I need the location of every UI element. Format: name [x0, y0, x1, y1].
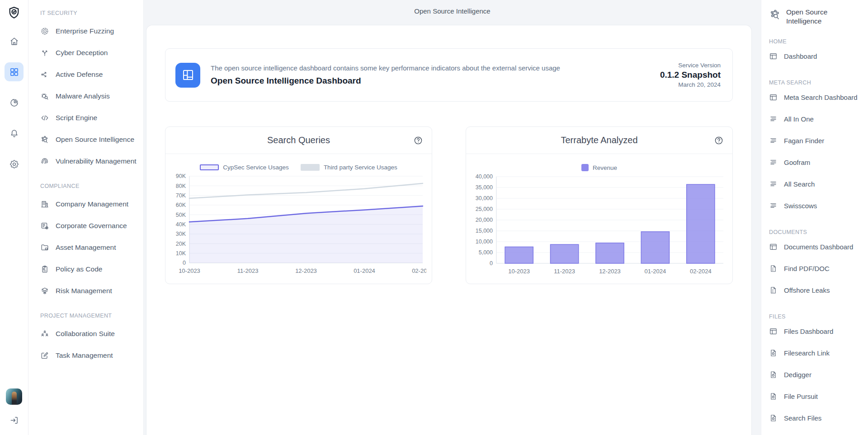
- service-version-label: Service Version: [660, 62, 721, 69]
- sidebar-item-label: Script Engine: [56, 114, 97, 122]
- svg-text:01-2024: 01-2024: [354, 267, 375, 274]
- gear-icon: [9, 159, 19, 169]
- legend-item-cypsec-service-usages[interactable]: CypSec Service Usages: [200, 164, 289, 171]
- home-icon: [9, 36, 19, 47]
- logout-button[interactable]: [5, 411, 24, 430]
- svg-text:02-2024: 02-2024: [412, 267, 426, 274]
- list-lines-icon: [769, 180, 778, 188]
- right-item-swisscows[interactable]: Swisscows: [769, 195, 864, 217]
- sidebar-item-cyber-deception[interactable]: Cyber Deception: [40, 42, 139, 64]
- svg-text:30K: 30K: [175, 231, 186, 237]
- legend-swatch: [581, 164, 589, 171]
- svg-text:70K: 70K: [175, 192, 186, 199]
- legend-label: Third party Service Usages: [324, 164, 397, 171]
- chart-legend: CypSec Service UsagesThird party Service…: [165, 164, 432, 171]
- sidebar-item-label: Malware Analysis: [56, 92, 110, 100]
- right-item-label: Offshore Leaks: [784, 286, 830, 294]
- right-item-search-files[interactable]: Search Files: [769, 407, 864, 429]
- legend-swatch: [200, 164, 219, 170]
- right-item-offshore-leaks[interactable]: Offshore Leaks: [769, 280, 864, 301]
- rail-button-home[interactable]: [5, 32, 24, 51]
- right-item-fagan-finder[interactable]: Fagan Finder: [769, 130, 864, 152]
- right-item-label: Files Dashboard: [784, 327, 833, 335]
- rail-button-notifications[interactable]: [5, 124, 24, 143]
- sidebar-item-collaboration-suite[interactable]: Collaboration Suite: [40, 323, 139, 345]
- svg-text:11-2023: 11-2023: [237, 267, 258, 274]
- sidebar-item-script-engine[interactable]: Script Engine: [40, 107, 139, 129]
- sidebar-item-asset-management[interactable]: Asset Management: [40, 237, 139, 258]
- legend-item-revenue[interactable]: Revenue: [581, 164, 617, 171]
- sidebar-item-task-management[interactable]: Task Management: [40, 345, 139, 366]
- sidebar-item-label: Company Management: [56, 200, 128, 208]
- sidebar-item-label: Asset Management: [56, 243, 116, 252]
- nav-section-it-security: IT SECURITYEnterprise FuzzingCyber Decep…: [40, 10, 139, 172]
- right-item-label: Meta Search Dashboard: [784, 94, 858, 101]
- layers-eye-icon: [40, 286, 49, 295]
- branch-icon: [40, 48, 49, 57]
- rail-button-settings[interactable]: [5, 154, 24, 173]
- user-avatar[interactable]: [6, 388, 22, 405]
- bar-02-2024: [686, 184, 714, 263]
- sidebar-item-vulnerability-management[interactable]: Vulnerability Management: [40, 150, 139, 172]
- sidebar-item-label: Corporate Governance: [56, 222, 127, 230]
- svg-text:10-2023: 10-2023: [508, 268, 530, 275]
- rail-button-analytics[interactable]: [5, 93, 24, 112]
- rail-button-apps[interactable]: [5, 62, 24, 81]
- sidebar-item-risk-management[interactable]: Risk Management: [40, 280, 139, 302]
- icon-rail: [0, 0, 28, 435]
- right-item-label: Dashboard: [784, 52, 817, 60]
- left-sidebar: IT SECURITYEnterprise FuzzingCyber Decep…: [29, 0, 144, 435]
- right-item-goofram[interactable]: Goofram: [769, 152, 864, 173]
- legend-item-third-party-service-usages[interactable]: Third party Service Usages: [301, 164, 397, 171]
- right-item-dedigger[interactable]: Dedigger: [769, 364, 864, 386]
- sidebar-item-open-source-intelligence[interactable]: Open Source Intelligence: [40, 129, 139, 150]
- sidebar-item-policy-as-code[interactable]: Policy as Code: [40, 258, 139, 280]
- right-item-all-search[interactable]: All Search: [769, 173, 864, 195]
- file-gear-icon: [769, 414, 778, 422]
- sidebar-item-malware-analysis[interactable]: Malware Analysis: [40, 85, 139, 107]
- sidebar-item-label: Cyber Deception: [56, 49, 108, 57]
- list-gear-icon: [40, 221, 49, 230]
- right-item-find-pdf-doc[interactable]: Find PDF/DOC: [769, 258, 864, 280]
- chart-title: Search Queries: [267, 135, 330, 145]
- svg-text:12-2023: 12-2023: [295, 267, 317, 274]
- list-lines-icon: [769, 158, 778, 167]
- sidebar-item-company-management[interactable]: Company Management: [40, 193, 139, 215]
- svg-text:30,000: 30,000: [475, 195, 492, 201]
- right-item-files-dashboard[interactable]: Files Dashboard: [769, 321, 864, 342]
- org-people-icon: [40, 329, 49, 338]
- sidebar-item-label: Active Defense: [56, 70, 103, 79]
- network-search-icon: [40, 135, 49, 144]
- dashboard-header-card: The open source intelligence dashboard c…: [165, 48, 733, 102]
- target-icon: [40, 27, 49, 36]
- nav-section-title: PROJECT MANAGEMENT: [40, 313, 139, 319]
- chart-card-terrabyte-analyzed: Terrabyte Analyzed Revenue05,00010,00015…: [466, 126, 733, 284]
- right-sidebar: Open Source Intelligence HOMEDashboardME…: [761, 0, 868, 435]
- sidebar-item-enterprise-fuzzing[interactable]: Enterprise Fuzzing: [40, 20, 139, 42]
- window-icon: [769, 93, 778, 102]
- right-section-title-meta-search: META SEARCH: [769, 80, 864, 86]
- svg-text:0: 0: [490, 260, 493, 267]
- svg-text:20,000: 20,000: [475, 217, 492, 223]
- window-icon: [769, 243, 778, 251]
- right-item-dashboard[interactable]: Dashboard: [769, 46, 864, 67]
- nav-section-project-management: PROJECT MANAGEMENTCollaboration SuiteTas…: [40, 313, 139, 366]
- chart-canvas: 05,00010,00015,00020,00025,00030,00035,0…: [472, 173, 727, 281]
- sidebar-item-label: Task Management: [56, 351, 113, 360]
- legend-label: CypSec Service Usages: [223, 164, 289, 171]
- bug-search-icon: [40, 92, 49, 101]
- legend-swatch: [301, 164, 320, 171]
- right-item-file-pursuit[interactable]: File Pursuit: [769, 386, 864, 407]
- help-icon[interactable]: [413, 136, 423, 145]
- sidebar-item-active-defense[interactable]: Active Defense: [40, 64, 139, 85]
- right-item-all-in-one[interactable]: All In One: [769, 108, 864, 130]
- page-title: Open Source Intelligence: [144, 0, 761, 15]
- right-item-filesearch-link[interactable]: Filesearch Link: [769, 342, 864, 364]
- pie-icon: [9, 98, 19, 108]
- right-item-meta-search-dashboard[interactable]: Meta Search Dashboard: [769, 87, 864, 108]
- sidebar-item-corporate-governance[interactable]: Corporate Governance: [40, 215, 139, 237]
- help-icon[interactable]: [714, 136, 724, 145]
- right-item-documents-dashboard[interactable]: Documents Dashboard: [769, 236, 864, 258]
- svg-text:40,000: 40,000: [475, 173, 492, 180]
- app-logo-shield-icon[interactable]: [7, 5, 21, 20]
